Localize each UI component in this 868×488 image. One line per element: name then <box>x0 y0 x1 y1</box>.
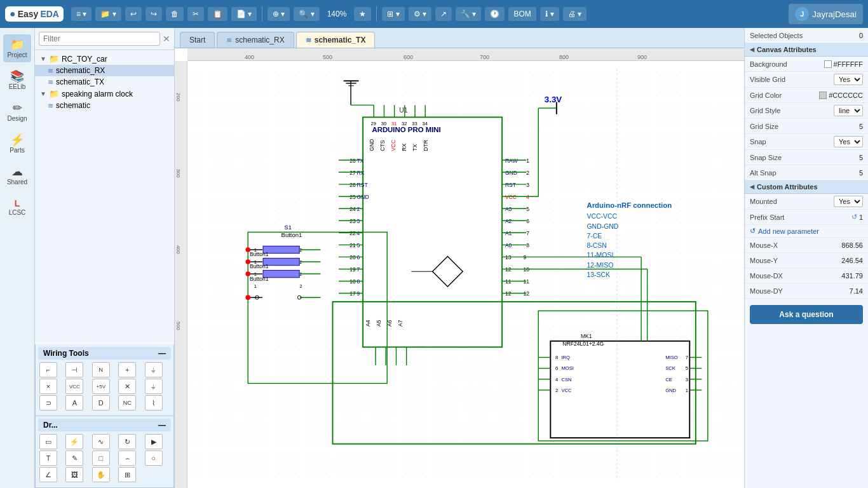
sidebar-item-design[interactable]: ✏ Design <box>3 98 31 126</box>
visible-grid-select[interactable]: Yes No <box>834 74 863 85</box>
file-panel: ✕ ▼ 📁 RC_TOY_car ≋ schematic_RX ≋ schema… <box>35 28 175 488</box>
wt-wire[interactable]: ⌐ <box>39 362 57 377</box>
wt-gnd[interactable]: ⏚ <box>145 379 163 394</box>
svg-text:5: 5 <box>357 242 360 248</box>
snap-select[interactable]: Yes No <box>834 136 863 147</box>
filter-input[interactable] <box>39 32 160 46</box>
custom-attributes-header[interactable]: ◀ Custom Attributes <box>745 180 868 194</box>
sidebar-item-lcsc[interactable]: L LCSC <box>3 193 31 221</box>
background-row: Background #FFFFFF <box>745 57 868 72</box>
schematic-svg: U1 ARDUINO PRO MINI 28 TX 27 RX 26 RST 2… <box>187 61 744 488</box>
wt-and[interactable]: D <box>92 395 110 410</box>
horizontal-ruler: 400 500 600 700 800 900 <box>187 48 744 61</box>
tree-item-alarm[interactable]: ▼ 📁 speaking alarm clock <box>35 88 174 100</box>
canvas-attributes-header[interactable]: ◀ Canvas Attributes <box>745 43 868 57</box>
add-param-row[interactable]: ↺ Add new parameter <box>745 225 868 238</box>
wt-close[interactable]: ✕ <box>118 379 136 394</box>
dt-rotate[interactable]: ↻ <box>118 434 136 449</box>
cut-button[interactable]: ✂ <box>187 7 204 21</box>
svg-text:6: 6 <box>555 365 558 371</box>
grid-style-select[interactable]: line dot <box>834 105 863 116</box>
bom-button[interactable]: BOM <box>508 7 536 21</box>
tab-schematic-rx[interactable]: ≋ schematic_RX <box>217 32 294 48</box>
background-value: #FFFFFF <box>834 60 863 68</box>
zoom-level: 140% <box>323 7 351 21</box>
info-button[interactable]: ℹ ▾ <box>540 7 559 21</box>
mouse-x-value: 868.56 <box>841 241 863 249</box>
settings-button[interactable]: ⚙ ▾ <box>409 7 431 21</box>
share-button[interactable]: ↗ <box>435 7 452 21</box>
dt-angle[interactable]: ∠ <box>39 467 57 482</box>
grid-color-swatch[interactable] <box>819 92 827 99</box>
background-swatch[interactable] <box>824 60 832 68</box>
wt-text[interactable]: A <box>65 395 83 410</box>
mounted-select[interactable]: Yes No <box>834 196 863 207</box>
delete-button[interactable]: 🗑 <box>166 7 184 21</box>
mouse-x-label: Mouse-X <box>750 241 841 249</box>
file-icon-sch: ≋ <box>48 102 53 110</box>
sidebar-item-shared[interactable]: ☁ Shared <box>3 161 31 189</box>
history-button[interactable]: 🕐 <box>485 7 505 21</box>
export-button[interactable]: 🖨 ▾ <box>563 7 587 21</box>
prefix-edit-icon[interactable]: ↺ <box>851 213 857 221</box>
drawing-header[interactable]: Dr... — <box>38 419 171 431</box>
dt-arrow[interactable]: ▶ <box>145 434 163 449</box>
wt-probe[interactable]: ⌇ <box>145 395 163 410</box>
snap-button[interactable]: ⊕ ▾ <box>268 7 290 21</box>
sidebar-item-project[interactable]: 📁 Project <box>3 34 31 62</box>
wt-nc[interactable]: NC <box>118 395 136 410</box>
wiring-header[interactable]: Wiring Tools — <box>38 347 171 360</box>
dt-curve[interactable]: ∿ <box>92 434 110 449</box>
dt-arc[interactable]: ⌢ <box>118 451 136 466</box>
svg-text:A7: A7 <box>397 320 403 327</box>
sidebar-item-parts[interactable]: ⚡ Parts <box>3 130 31 158</box>
user-button[interactable]: J JayrajDesai <box>789 4 863 24</box>
component-button[interactable]: ⊞ ▾ <box>382 7 404 21</box>
dt-rect[interactable]: ▭ <box>39 434 57 449</box>
dt-pencil[interactable]: ✎ <box>65 451 83 466</box>
dt-text[interactable]: T <box>39 451 57 466</box>
dt-circle[interactable]: ○ <box>145 451 163 466</box>
star-button[interactable]: ★ <box>354 7 371 21</box>
zoom-button[interactable]: 🔍 ▾ <box>294 7 319 21</box>
canvas-attributes-label: Canvas Attributes <box>757 46 817 53</box>
tools-button[interactable]: 🔧 ▾ <box>456 7 481 21</box>
selected-objects-row: Selected Objects 0 <box>745 28 868 43</box>
redo-button[interactable]: ↪ <box>146 7 162 21</box>
logo[interactable]: ● EasyEDA <box>5 6 64 22</box>
dt-hand[interactable]: ✋ <box>92 467 110 482</box>
dt-box[interactable]: □ <box>92 451 110 466</box>
tab-start[interactable]: Start <box>180 32 215 48</box>
schematic-canvas[interactable]: U1 ARDUINO PRO MINI 28 TX 27 RX 26 RST 2… <box>187 61 744 488</box>
wt-or[interactable]: ⊃ <box>39 395 57 410</box>
wt-bus[interactable]: ⊣ <box>65 362 83 377</box>
paste-button[interactable]: 📄 ▾ <box>231 7 257 21</box>
toolbar-separator-2 <box>376 6 377 22</box>
sidebar-item-eelib[interactable]: 📚 EELib <box>3 66 31 94</box>
tree-item-schematic-tx[interactable]: ≋ schematic_TX <box>35 76 174 88</box>
undo-button[interactable]: ↩ <box>125 7 142 21</box>
svg-text:Button1: Button1 <box>250 251 269 257</box>
tab-schematic-tx[interactable]: ≋ schematic_TX <box>296 32 376 48</box>
ask-question-button[interactable]: Ask a question <box>750 305 863 324</box>
schematic-container[interactable]: 400 500 600 700 800 900 200 300 400 500 <box>175 48 744 488</box>
toolbar-separator-1 <box>262 6 262 22</box>
svg-text:2: 2 <box>299 283 302 289</box>
tree-item-rc-toy[interactable]: ▼ 📁 RC_TOY_car <box>35 53 174 65</box>
wt-netlabel[interactable]: N <box>92 362 110 377</box>
wt-5v[interactable]: +5V <box>92 379 110 394</box>
dt-align[interactable]: ⊞ <box>118 467 136 482</box>
file-menu-button[interactable]: ≡ ▾ <box>71 7 92 21</box>
tree-item-schematic[interactable]: ≋ schematic <box>35 100 174 111</box>
wt-vcc[interactable]: VCC <box>65 379 83 394</box>
copy-button[interactable]: 📋 <box>208 7 227 21</box>
shared-icon: ☁ <box>11 166 23 177</box>
filter-clear-button[interactable]: ✕ <box>163 34 170 43</box>
wt-noconn[interactable]: × <box>39 379 57 394</box>
wt-power[interactable]: ⏚ <box>145 362 163 377</box>
wt-junction[interactable]: + <box>118 362 136 377</box>
open-button[interactable]: 📁 ▾ <box>95 7 121 21</box>
dt-lightning[interactable]: ⚡ <box>65 434 83 449</box>
dt-image[interactable]: 🖼 <box>65 467 83 482</box>
tree-item-schematic-rx[interactable]: ≋ schematic_RX <box>35 65 174 76</box>
